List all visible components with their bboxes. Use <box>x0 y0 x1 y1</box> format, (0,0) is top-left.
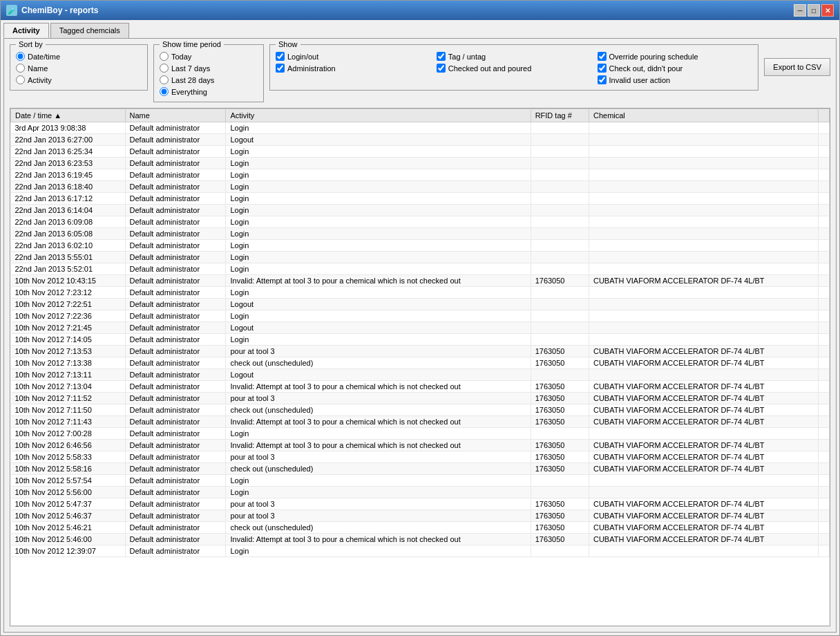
cell-scrollbar-spacer <box>819 393 830 404</box>
cell-activity: pour at tool 3 <box>226 346 531 357</box>
table-row: 22nd Jan 2013 6:25:34Default administrat… <box>11 146 830 158</box>
activity-table: Date / time ▲ Name Activity RFID tag # C… <box>10 109 830 557</box>
cell-rfid: 1763050 <box>531 357 589 369</box>
table-row: 10th Nov 2012 7:13:38Default administrat… <box>11 357 830 369</box>
cell-rfid: 1763050 <box>531 522 589 534</box>
cell-scrollbar-spacer <box>819 322 830 334</box>
cell-rfid <box>531 369 589 381</box>
show-admin-label: Administration <box>287 64 336 73</box>
time-28days-option[interactable]: Last 28 days <box>160 75 258 84</box>
cell-scrollbar-spacer <box>819 334 830 346</box>
show-admin-check[interactable] <box>276 64 285 73</box>
cell-rfid <box>531 146 589 158</box>
sort-name-radio[interactable] <box>16 64 25 73</box>
show-invalid-option[interactable]: Invalid user action <box>598 75 753 84</box>
cell-name: Default administrator <box>125 451 226 463</box>
cell-activity: Invalid: Attempt at tool 3 to pour a che… <box>226 440 531 451</box>
sort-datetime-radio[interactable] <box>16 52 25 61</box>
time-everything-option[interactable]: Everything <box>160 87 258 96</box>
col-chemical[interactable]: Chemical <box>589 109 818 122</box>
cell-chemical <box>589 240 818 252</box>
cell-rfid: 1763050 <box>531 393 589 404</box>
col-rfid[interactable]: RFID tag # <box>531 109 589 122</box>
cell-chemical <box>589 252 818 263</box>
cell-date: 22nd Jan 2013 6:18:40 <box>11 181 126 193</box>
show-override-check[interactable] <box>598 52 607 61</box>
cell-date: 22nd Jan 2013 6:09:08 <box>11 216 126 228</box>
show-loginout-check[interactable] <box>276 52 285 61</box>
show-loginout-label: Login/out <box>287 53 318 61</box>
minimize-button[interactable]: ─ <box>794 4 806 17</box>
cell-chemical <box>589 545 818 557</box>
show-checkout-nopour-label: Check out, didn't pour <box>609 64 683 73</box>
table-row: 10th Nov 2012 5:58:33Default administrat… <box>11 451 830 463</box>
cell-scrollbar-spacer <box>819 498 830 510</box>
show-taguntag-check[interactable] <box>437 52 446 61</box>
cell-scrollbar-spacer <box>819 252 830 263</box>
cell-scrollbar-spacer <box>819 487 830 498</box>
cell-scrollbar-spacer <box>819 475 830 487</box>
time-7days-radio[interactable] <box>160 64 169 73</box>
cell-chemical <box>589 310 818 322</box>
time-today-option[interactable]: Today <box>160 52 258 61</box>
time-period-options: Today Last 7 days Last 28 days Everythin… <box>160 52 258 96</box>
table-row: 10th Nov 2012 7:21:45Default administrat… <box>11 322 830 334</box>
cell-name: Default administrator <box>125 252 226 263</box>
show-checkout-poured-option[interactable]: Checked out and poured <box>437 64 592 73</box>
table-row: 10th Nov 2012 7:22:51Default administrat… <box>11 299 830 310</box>
show-checkout-nopour-check[interactable] <box>598 64 607 73</box>
cell-chemical <box>589 428 818 440</box>
export-csv-button[interactable]: Export to CSV <box>764 58 830 76</box>
cell-activity: Login <box>226 263 531 275</box>
show-override-option[interactable]: Override pouring schedule <box>598 52 753 61</box>
col-datetime[interactable]: Date / time ▲ <box>11 109 126 122</box>
cell-activity: check out (unscheduled) <box>226 404 531 416</box>
cell-date: 10th Nov 2012 5:57:54 <box>11 475 126 487</box>
cell-rfid <box>531 263 589 275</box>
cell-chemical <box>589 169 818 181</box>
sort-datetime-option[interactable]: Date/time <box>16 52 142 61</box>
cell-name: Default administrator <box>125 146 226 158</box>
table-row: 10th Nov 2012 7:11:52Default administrat… <box>11 393 830 404</box>
cell-chemical <box>589 299 818 310</box>
cell-activity: Login <box>226 146 531 158</box>
time-28days-radio[interactable] <box>160 75 169 84</box>
sort-activity-option[interactable]: Activity <box>16 75 142 84</box>
cell-rfid <box>531 228 589 240</box>
cell-date: 22nd Jan 2013 6:27:00 <box>11 134 126 146</box>
sort-name-option[interactable]: Name <box>16 64 142 73</box>
close-button[interactable]: ✕ <box>821 4 834 17</box>
cell-name: Default administrator <box>125 416 226 428</box>
show-checkout-poured-label: Checked out and poured <box>448 64 531 73</box>
cell-rfid <box>531 216 589 228</box>
show-invalid-check[interactable] <box>598 75 607 84</box>
cell-chemical: CUBATH VIAFORM ACCELERATOR DF-74 4L/BT <box>589 393 818 404</box>
time-everything-radio[interactable] <box>160 87 169 96</box>
time-period-group: Show time period Today Last 7 days Last … <box>153 44 264 102</box>
cell-date: 10th Nov 2012 7:22:51 <box>11 299 126 310</box>
sort-activity-radio[interactable] <box>16 75 25 84</box>
tab-activity[interactable]: Activity <box>3 23 49 38</box>
cell-chemical <box>589 216 818 228</box>
col-activity[interactable]: Activity <box>226 109 531 122</box>
time-7days-option[interactable]: Last 7 days <box>160 64 258 73</box>
maximize-button[interactable]: □ <box>808 4 820 17</box>
cell-date: 22nd Jan 2013 6:05:08 <box>11 228 126 240</box>
show-checkout-nopour-option[interactable]: Check out, didn't pour <box>598 64 753 73</box>
cell-name: Default administrator <box>125 228 226 240</box>
cell-date: 10th Nov 2012 10:43:15 <box>11 275 126 287</box>
col-name[interactable]: Name <box>125 109 226 122</box>
show-admin-option[interactable]: Administration <box>276 64 431 73</box>
table-row: 10th Nov 2012 10:43:15Default administra… <box>11 275 830 287</box>
show-loginout-option[interactable]: Login/out <box>276 52 431 61</box>
show-checkout-poured-check[interactable] <box>437 64 446 73</box>
activity-table-container[interactable]: Date / time ▲ Name Activity RFID tag # C… <box>10 108 830 626</box>
cell-date: 10th Nov 2012 12:39:07 <box>11 545 126 557</box>
cell-rfid: 1763050 <box>531 404 589 416</box>
cell-activity: Login <box>226 252 531 263</box>
time-today-radio[interactable] <box>160 52 169 61</box>
show-override-label: Override pouring schedule <box>609 53 698 61</box>
cell-chemical <box>589 205 818 216</box>
tab-tagged-chemicals[interactable]: Tagged chemcials <box>50 23 129 38</box>
show-taguntag-option[interactable]: Tag / untag <box>437 52 592 61</box>
